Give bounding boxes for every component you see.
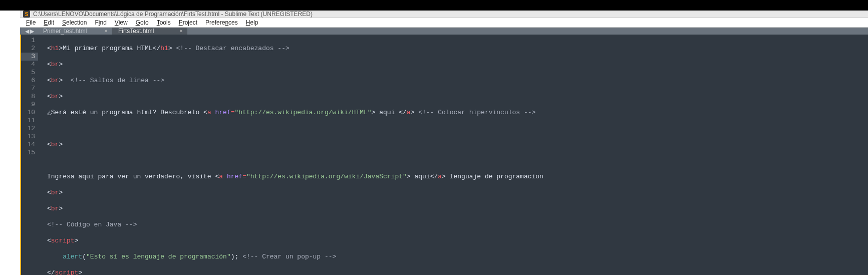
sublime-logo-icon: S [23, 11, 30, 18]
line-number[interactable]: 6 [21, 77, 38, 85]
line-number[interactable]: 14 [21, 141, 38, 149]
line-number[interactable]: 8 [21, 93, 38, 101]
line-number[interactable]: 11 [21, 117, 38, 125]
line-gutter: 1 2 3 4 5 6 7 8 9 10 11 12 13 14 15 [20, 35, 43, 275]
menu-file[interactable]: File [22, 18, 40, 27]
menu-help[interactable]: Help [242, 18, 262, 27]
tab-firts-test[interactable]: FirtsTest.html × [112, 28, 187, 35]
tab-primer-test[interactable]: Primer_test.html × [37, 28, 112, 35]
menu-find[interactable]: Find [91, 18, 110, 27]
line-number[interactable]: 5 [21, 69, 38, 77]
code-area[interactable]: <h1>Mi primer programa HTML</h1> <!-- De… [43, 35, 543, 275]
window-top-strip [0, 0, 868, 11]
menu-project[interactable]: Project [175, 18, 201, 27]
line-number[interactable]: 3 [21, 53, 38, 61]
menu-edit[interactable]: Edit [40, 18, 58, 27]
menu-selection[interactable]: Selection [58, 18, 91, 27]
close-icon[interactable]: × [104, 28, 108, 35]
line-number[interactable]: 1 [21, 37, 38, 45]
nav-back-icon[interactable]: ◀ [25, 28, 29, 35]
menu-tools[interactable]: Tools [153, 18, 175, 27]
menu-goto[interactable]: Goto [132, 18, 153, 27]
line-number[interactable]: 7 [21, 85, 38, 93]
titlebar[interactable]: S C:\Users\LENOVO\Documents\Lógica de Pr… [20, 11, 868, 18]
line-number[interactable]: 15 [21, 149, 38, 157]
tab-history-nav: ◀ ▶ [22, 28, 37, 35]
line-number[interactable]: 9 [21, 101, 38, 109]
tab-label: FirtsTest.html [118, 28, 154, 35]
sublime-window: S C:\Users\LENOVO\Documents\Lógica de Pr… [20, 11, 868, 275]
line-number[interactable]: 10 [21, 109, 38, 117]
left-white-strip [0, 11, 20, 275]
line-number[interactable]: 2 [21, 45, 38, 53]
line-number[interactable]: 13 [21, 133, 38, 141]
line-number[interactable]: 12 [21, 125, 38, 133]
nav-forward-icon[interactable]: ▶ [30, 28, 34, 35]
line-number[interactable]: 4 [21, 61, 38, 69]
window-title: C:\Users\LENOVO\Documents\Lógica de Prog… [33, 11, 313, 18]
menubar: File Edit Selection Find View Goto Tools… [20, 18, 868, 28]
menu-preferences[interactable]: Preferences [201, 18, 242, 27]
tab-label: Primer_test.html [43, 28, 87, 35]
menu-view[interactable]: View [111, 18, 132, 27]
tabbar: ◀ ▶ Primer_test.html × FirtsTest.html × [20, 28, 868, 35]
editor: 1 2 3 4 5 6 7 8 9 10 11 12 13 14 15 <h1>… [20, 35, 868, 275]
close-icon[interactable]: × [179, 28, 183, 35]
